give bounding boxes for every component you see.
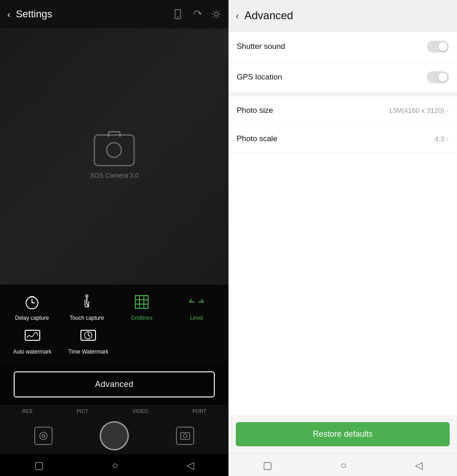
restore-defaults-button[interactable]: Restore defaults <box>236 422 450 446</box>
controls-row-2: Auto watermark Time Watermark <box>0 326 228 355</box>
advanced-title: Advanced <box>244 9 293 22</box>
gear-icon <box>211 9 221 19</box>
back-button-right[interactable]: ‹ <box>236 11 239 21</box>
gps-location-toggle[interactable] <box>427 71 449 83</box>
settings-divider <box>228 93 457 96</box>
camera-version: XOS Camera 3.0 <box>90 172 139 179</box>
settings-list: Shutter sound GPS location Photo size 13… <box>228 32 457 415</box>
mode-res[interactable]: RES <box>18 407 36 416</box>
advanced-button[interactable]: Advanced <box>14 371 215 397</box>
mode-port[interactable]: PORT <box>189 407 210 416</box>
shutter-sound-toggle[interactable] <box>427 41 449 53</box>
nav-bar-left: ▢ ○ ◁ <box>0 454 228 476</box>
photo-scale-chevron: › <box>446 134 449 143</box>
nav-bar-right: ▢ ○ ◁ <box>228 454 457 476</box>
mode-pict[interactable]: PICT <box>73 407 92 416</box>
photo-size-value: 13M(4160 x 3120) › <box>388 106 449 115</box>
shutter-sound-label: Shutter sound <box>237 42 285 51</box>
controls-section: Delay capture Touch capture <box>0 285 228 364</box>
photo-scale-value: 4:3 › <box>435 134 449 143</box>
shutter-area <box>0 418 228 454</box>
auto-watermark-icon <box>22 326 43 346</box>
advanced-button-wrap: Advanced <box>0 364 228 405</box>
touch-capture-item[interactable]: Touch capture <box>69 292 105 321</box>
nav-square-right[interactable]: ▢ <box>263 460 272 471</box>
gps-location-label: GPS location <box>237 73 282 82</box>
settings-title: Settings <box>16 8 53 20</box>
camera-lens <box>106 142 122 158</box>
svg-line-21 <box>88 335 90 336</box>
time-watermark-label: Time Watermark <box>69 349 109 355</box>
delay-capture-icon <box>22 292 42 312</box>
mode-strip: RES PICT VIDEO PORT <box>0 405 228 418</box>
photo-scale-label: Photo scale <box>237 134 277 143</box>
time-watermark-item[interactable]: Time Watermark <box>69 326 109 355</box>
photo-size-label: Photo size <box>237 106 273 115</box>
auto-watermark-label: Auto watermark <box>13 349 52 355</box>
time-watermark-icon <box>78 326 98 346</box>
gallery-icon[interactable] <box>34 427 53 445</box>
camera-icon-wrap: XOS Camera 3.0 <box>90 134 139 179</box>
svg-point-24 <box>42 434 45 437</box>
photo-size-item[interactable]: Photo size 13M(4160 x 3120) › <box>228 96 457 125</box>
gridlines-label: Gridlines <box>131 315 152 321</box>
switch-camera-icon[interactable] <box>176 427 194 445</box>
svg-point-1 <box>177 16 179 18</box>
level-icon <box>186 292 207 312</box>
nav-triangle-left[interactable]: ◁ <box>186 460 194 471</box>
gridlines-icon <box>132 292 152 312</box>
controls-row-1: Delay capture Touch capture <box>0 292 228 321</box>
right-header: ‹ Advanced <box>228 0 457 32</box>
photo-size-chevron: › <box>446 106 449 115</box>
svg-point-26 <box>183 434 187 438</box>
camera-icon <box>94 134 135 166</box>
left-header: ‹ Settings <box>0 0 228 28</box>
touch-capture-icon <box>77 292 97 312</box>
back-button-left[interactable]: ‹ <box>7 9 11 20</box>
auto-watermark-item[interactable]: Auto watermark <box>13 326 52 355</box>
touch-capture-label: Touch capture <box>69 315 104 321</box>
gridlines-item[interactable]: Gridlines <box>123 292 160 321</box>
camera-preview: XOS Camera 3.0 <box>0 28 228 285</box>
left-panel: ‹ Settings XOS Camer <box>0 0 228 476</box>
nav-triangle-right[interactable]: ◁ <box>415 460 423 471</box>
photo-scale-item[interactable]: Photo scale 4:3 › <box>228 125 457 153</box>
shutter-button[interactable] <box>100 421 129 450</box>
nav-circle-left[interactable]: ○ <box>112 460 118 471</box>
delay-capture-label: Delay capture <box>15 315 49 321</box>
mode-video[interactable]: VIDEO <box>129 407 152 416</box>
rotate-icon <box>192 9 202 19</box>
phone-icon <box>173 9 183 19</box>
restore-defaults-wrap: Restore defaults <box>228 415 457 454</box>
level-label: Level <box>190 315 203 321</box>
right-panel: ‹ Advanced Shutter sound GPS location Ph… <box>228 0 457 476</box>
level-item[interactable]: Level <box>178 292 215 321</box>
svg-point-23 <box>40 432 47 439</box>
svg-point-2 <box>214 12 218 16</box>
nav-square-left[interactable]: ▢ <box>34 460 44 471</box>
nav-circle-right[interactable]: ○ <box>340 460 346 471</box>
gps-location-item[interactable]: GPS location <box>228 62 457 93</box>
shutter-sound-item[interactable]: Shutter sound <box>228 32 457 62</box>
svg-point-7 <box>86 295 88 297</box>
svg-rect-8 <box>135 296 148 308</box>
header-icons <box>173 9 221 19</box>
delay-capture-item[interactable]: Delay capture <box>14 292 50 321</box>
